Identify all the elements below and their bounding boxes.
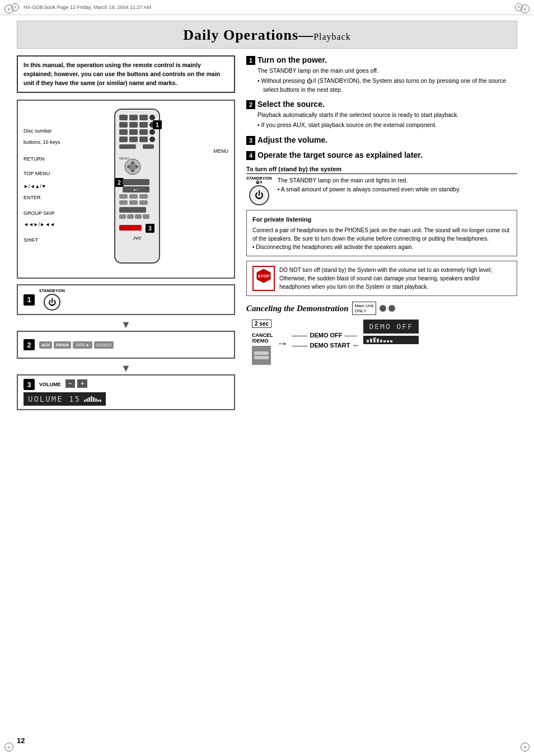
- svg-rect-41: [143, 214, 149, 219]
- svg-rect-34: [119, 200, 128, 205]
- standby-section: STANDBY/ON⏻/I ⏻ The STANDBY lamp on the …: [246, 176, 517, 205]
- step4-section: 4 Operate the target source as explained…: [246, 151, 517, 160]
- standby-text: The STANDBY lamp on the main unit lights…: [278, 176, 461, 205]
- svg-rect-52: [254, 356, 269, 359]
- step1-num: 1: [246, 56, 255, 65]
- stop-icon: STOP: [252, 266, 275, 291]
- vol-bar-4: [91, 396, 92, 402]
- tape-label: TAPE: [76, 343, 86, 347]
- demo-off-row: —— DEMO OFF ——: [292, 331, 360, 340]
- step2-bullet1: • If you press AUX, start playback sourc…: [257, 121, 517, 130]
- demo-start-label: DEMO START: [310, 342, 350, 349]
- header-file-info: HX-GDB.book Page 12 Friday, March 19, 20…: [24, 4, 151, 10]
- svg-rect-33: [139, 194, 148, 199]
- svg-text:1: 1: [156, 122, 159, 128]
- demo-title-row: Canceling the Demonstration Main UnitONL…: [246, 302, 517, 315]
- demo-left: 2 sec CANCEL/DEMO: [252, 320, 273, 365]
- svg-rect-36: [139, 200, 148, 205]
- standby-on-label: STANDBY/ON⏻/I: [246, 176, 272, 184]
- cancel-demo-btn: [252, 346, 271, 365]
- svg-rect-19: [143, 144, 154, 149]
- step3-box: 3 VOLUME − + UOLUME 15: [17, 374, 235, 410]
- vol-bar-1: [84, 400, 86, 402]
- svg-rect-14: [129, 137, 138, 142]
- private-listening-box: For private listening Connect a pair of …: [246, 210, 517, 257]
- demo-dots: [380, 305, 395, 312]
- source-buttons-visual: AUX FM/AM TAPE ► DVD/CD: [39, 341, 114, 349]
- remote-diagram: Disc number buttons, 10 keys RETURN TOP …: [17, 100, 235, 279]
- standby-power-icon: ⏻: [255, 190, 264, 200]
- step3-header: 3 Adjust the volume.: [246, 135, 517, 145]
- header-mark-left: +: [11, 3, 19, 11]
- svg-rect-35: [129, 200, 138, 205]
- remote-labels: Disc number buttons, 10 keys RETURN TOP …: [24, 106, 60, 246]
- menu-label: MENU: [214, 106, 229, 154]
- svg-rect-11: [139, 129, 148, 135]
- demo-bar-2: [370, 339, 372, 342]
- tape-symbol: ►: [86, 343, 90, 347]
- corner-mark-br: [521, 743, 530, 752]
- fmam-btn: FM/AM: [54, 341, 71, 349]
- standby-subsection-title: To turn off (stand by) the system: [246, 166, 517, 174]
- standby-btn-large: ⏻: [249, 185, 269, 205]
- page-number: 12: [17, 736, 25, 745]
- page-title-emdash: —: [298, 27, 313, 43]
- demo-main-arrow: →: [277, 320, 289, 351]
- svg-rect-28: [123, 179, 149, 185]
- svg-text:JVC: JVC: [133, 236, 142, 241]
- step1-section: 1 Turn on the power. The STANDBY lamp on…: [246, 55, 517, 94]
- vol-bar-8: [100, 400, 101, 402]
- step4-title: Operate the target source as explained l…: [257, 151, 423, 159]
- vol-bar-7: [97, 400, 99, 402]
- demo-start-row: —— DEMO START ←: [292, 341, 360, 350]
- main-content: In this manual, the operation using the …: [0, 55, 534, 415]
- dvdcd-btn: DVD/CD: [94, 341, 114, 349]
- demo-display: DEMO OFF: [363, 320, 419, 334]
- svg-text:STOP: STOP: [257, 274, 270, 279]
- stop-svg: STOP: [256, 268, 271, 284]
- standby-circle: ⏻: [44, 294, 60, 311]
- remote-svg-area: MENU 2: [65, 106, 209, 269]
- demo-dot-1: [380, 305, 386, 312]
- demo-start-arrow: ——: [292, 341, 308, 350]
- demo-bar-3: [373, 337, 376, 342]
- svg-rect-2: [129, 115, 138, 120]
- svg-text:2: 2: [118, 180, 121, 186]
- svg-rect-31: [119, 194, 128, 199]
- label-skip: ◄◄►/►◄◄: [24, 219, 60, 231]
- demo-bar-7: [387, 340, 389, 342]
- remote-inner: Disc number buttons, 10 keys RETURN TOP …: [24, 106, 228, 269]
- arrow-down-2: ▼: [17, 363, 235, 373]
- vol-plus-btn: +: [77, 379, 87, 388]
- step2-title: Select the source.: [257, 100, 325, 109]
- svg-rect-51: [254, 351, 269, 355]
- header-mark-right: +: [515, 3, 523, 11]
- page-title-area: Daily Operations—Playback: [17, 21, 517, 49]
- label-disc-number: Disc number: [24, 126, 60, 137]
- demo-off-arrow: ——: [292, 331, 308, 340]
- svg-rect-10: [129, 129, 138, 135]
- label-return: RETURN: [24, 154, 60, 165]
- tape-btn: TAPE ►: [73, 341, 93, 349]
- volume-bars: [84, 396, 101, 402]
- svg-text:3: 3: [148, 226, 152, 232]
- step1-text1: The STANDBY lamp on the main unit goes o…: [257, 67, 517, 76]
- label-top-menu: TOP MENU: [24, 168, 60, 180]
- demo-arrows-area: —— DEMO OFF —— —— DEMO START ←: [292, 320, 360, 350]
- vol-minus-btn: −: [65, 379, 76, 388]
- demo-bar-6: [383, 340, 386, 342]
- label-group-skip: GROUP SKIP: [24, 208, 60, 219]
- step1-badge: 1: [24, 294, 35, 306]
- demo-vol-bars: [363, 336, 419, 344]
- step1-header: 1 Turn on the power.: [246, 55, 517, 65]
- left-column: In this manual, the operation using the …: [17, 55, 235, 415]
- warning-text: DO NOT turn off (stand by) the System wi…: [279, 266, 511, 291]
- svg-rect-44: [119, 225, 142, 231]
- vol-bar-3: [88, 397, 90, 402]
- demo-title-text: Canceling the Demonstration: [246, 304, 349, 313]
- arrow-down-1: ▼: [17, 320, 235, 330]
- warning-box: STOP DO NOT turn off (stand by) the Syst…: [246, 261, 517, 296]
- svg-rect-9: [119, 129, 128, 135]
- demo-section: Canceling the Demonstration Main UnitONL…: [246, 302, 517, 365]
- step2-badge: 2: [24, 339, 35, 350]
